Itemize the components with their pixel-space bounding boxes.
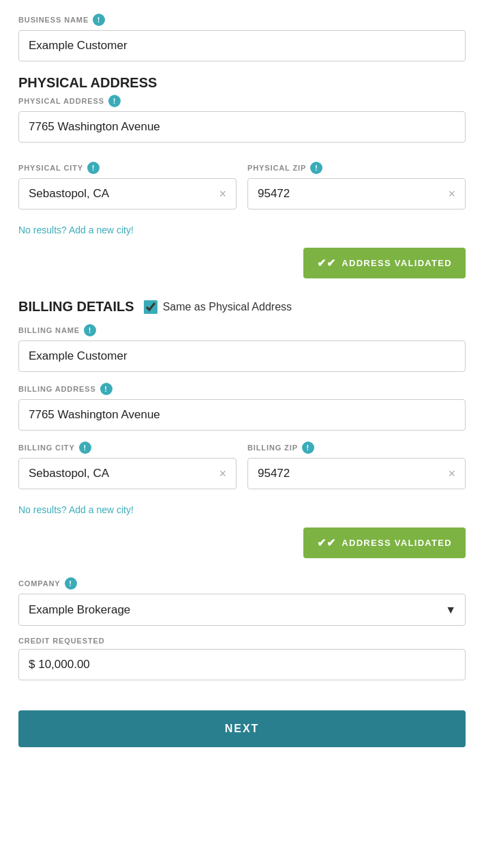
company-field: COMPANY ! Example Brokerage Other Compan… xyxy=(18,577,466,626)
physical-zip-field: PHYSICAL ZIP ! × xyxy=(247,162,466,209)
company-select[interactable]: Example Brokerage Other Company xyxy=(18,594,466,626)
billing-zip-info-icon[interactable]: ! xyxy=(302,442,314,454)
billing-city-clear-button[interactable]: × xyxy=(216,465,229,482)
billing-name-label: BILLING NAME ! xyxy=(18,324,466,336)
business-name-input[interactable] xyxy=(18,30,466,61)
physical-city-zip-row: PHYSICAL CITY ! × PHYSICAL ZIP ! × xyxy=(18,162,466,220)
physical-city-input[interactable] xyxy=(19,179,236,209)
physical-address-validated-button[interactable]: ✔✔ ADDRESS VALIDATED xyxy=(303,248,466,278)
company-select-wrapper: Example Brokerage Other Company ▼ xyxy=(18,594,466,626)
credit-requested-field: CREDIT REQUESTED xyxy=(18,637,466,680)
physical-city-label: PHYSICAL CITY ! xyxy=(18,162,237,174)
physical-no-results-link[interactable]: No results? Add a new city! xyxy=(18,225,466,235)
billing-city-info-icon[interactable]: ! xyxy=(79,442,91,454)
physical-zip-info-icon[interactable]: ! xyxy=(310,162,322,174)
company-info-icon[interactable]: ! xyxy=(65,577,77,590)
billing-name-input[interactable] xyxy=(18,341,466,372)
business-name-label: BUSINESS NAME ! xyxy=(18,14,466,26)
billing-name-info-icon[interactable]: ! xyxy=(84,324,96,336)
credit-requested-input[interactable] xyxy=(18,649,466,680)
physical-city-info-icon[interactable]: ! xyxy=(87,162,100,174)
physical-validated-check-icon: ✔✔ xyxy=(317,257,337,270)
physical-city-clear-button[interactable]: × xyxy=(216,185,229,203)
billing-zip-label: BILLING ZIP ! xyxy=(247,442,466,454)
next-button[interactable]: NEXT xyxy=(18,710,466,747)
billing-name-field: BILLING NAME ! xyxy=(18,324,466,372)
billing-address-input[interactable] xyxy=(18,399,466,431)
billing-city-input[interactable] xyxy=(19,459,236,489)
same-as-physical-label: Same as Physical Address xyxy=(163,301,292,313)
same-as-physical-checkbox[interactable] xyxy=(144,300,157,314)
business-name-field: BUSINESS NAME ! xyxy=(18,14,466,61)
billing-address-info-icon[interactable]: ! xyxy=(100,383,112,395)
physical-address-field: PHYSICAL ADDRESS ! xyxy=(18,95,466,143)
physical-zip-clear-button[interactable]: × xyxy=(445,185,458,203)
physical-address-input[interactable] xyxy=(18,111,466,143)
physical-zip-input-wrapper: × xyxy=(247,178,466,209)
physical-city-field: PHYSICAL CITY ! × xyxy=(18,162,237,209)
billing-city-input-wrapper: × xyxy=(18,458,237,489)
billing-details-section: BILLING DETAILS Same as Physical Address… xyxy=(18,299,466,558)
physical-zip-input[interactable] xyxy=(248,179,465,209)
billing-city-zip-row: BILLING CITY ! × BILLING ZIP ! × xyxy=(18,442,466,500)
billing-zip-clear-button[interactable]: × xyxy=(445,465,458,482)
billing-zip-input[interactable] xyxy=(248,459,465,489)
billing-zip-field: BILLING ZIP ! × xyxy=(247,442,466,489)
physical-address-heading: PHYSICAL ADDRESS xyxy=(18,75,466,91)
physical-validated-row: ✔✔ ADDRESS VALIDATED xyxy=(18,242,466,278)
billing-address-validated-button[interactable]: ✔✔ ADDRESS VALIDATED xyxy=(303,527,466,558)
billing-validated-check-icon: ✔✔ xyxy=(317,536,337,549)
billing-city-label: BILLING CITY ! xyxy=(18,442,237,454)
billing-heading: BILLING DETAILS xyxy=(18,299,134,315)
credit-requested-label: CREDIT REQUESTED xyxy=(18,637,466,645)
physical-address-info-icon[interactable]: ! xyxy=(108,95,121,107)
billing-header-row: BILLING DETAILS Same as Physical Address xyxy=(18,299,466,315)
billing-address-label: BILLING ADDRESS ! xyxy=(18,383,466,395)
billing-address-field: BILLING ADDRESS ! xyxy=(18,383,466,431)
company-label: COMPANY ! xyxy=(18,577,466,590)
business-name-info-icon[interactable]: ! xyxy=(93,14,105,26)
physical-city-input-wrapper: × xyxy=(18,178,237,209)
physical-zip-label: PHYSICAL ZIP ! xyxy=(247,162,466,174)
billing-validated-row: ✔✔ ADDRESS VALIDATED xyxy=(18,522,466,558)
billing-city-field: BILLING CITY ! × xyxy=(18,442,237,489)
billing-zip-input-wrapper: × xyxy=(247,458,466,489)
physical-address-label: PHYSICAL ADDRESS ! xyxy=(18,95,466,107)
billing-no-results-link[interactable]: No results? Add a new city! xyxy=(18,504,466,515)
physical-address-section: PHYSICAL ADDRESS PHYSICAL ADDRESS ! PHYS… xyxy=(18,75,466,278)
same-as-physical-wrapper: Same as Physical Address xyxy=(144,300,292,314)
